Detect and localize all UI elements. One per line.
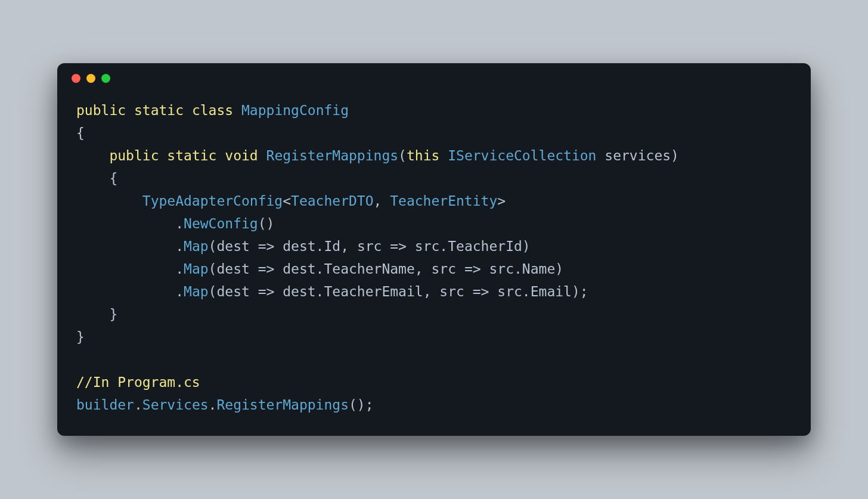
property: Name: [522, 261, 555, 277]
variable: src: [497, 284, 522, 299]
angle-bracket: >: [497, 193, 506, 209]
method-name: RegisterMappings: [266, 148, 399, 163]
arrow: =>: [464, 284, 497, 299]
method-name: NewConfig: [184, 216, 258, 231]
comma: ,: [423, 284, 440, 299]
code-line: .Map(dest => dest.TeacherEmail, src => s…: [76, 281, 792, 303]
code-line: [76, 349, 792, 371]
dot: .: [175, 261, 184, 277]
keyword: static: [134, 103, 184, 118]
property: Services: [142, 397, 209, 413]
keyword: void: [225, 148, 258, 163]
code-line: {: [76, 168, 792, 190]
dot: .: [175, 238, 184, 254]
dot: .: [316, 284, 324, 299]
brace: }: [76, 329, 85, 345]
arrow: =>: [250, 238, 283, 254]
dot: .: [209, 397, 217, 413]
arrow: =>: [250, 284, 283, 299]
dot: .: [316, 261, 324, 277]
arrow: =>: [382, 238, 414, 254]
variable: src: [432, 261, 457, 277]
angle-bracket: <: [283, 193, 291, 209]
keyword: this: [407, 148, 439, 163]
comma: ,: [415, 261, 432, 277]
code-line: public static void RegisterMappings(this…: [76, 145, 792, 168]
parens: (): [258, 216, 275, 231]
dot: .: [175, 216, 184, 231]
code-content: public static class MappingConfig { publ…: [57, 88, 811, 435]
window-controls: [57, 63, 811, 88]
comment: //In Program.cs: [76, 374, 200, 390]
parens: ();: [349, 397, 374, 413]
variable: src: [439, 284, 464, 299]
code-line: .NewConfig(): [76, 213, 792, 235]
type-name: TeacherDTO: [291, 193, 373, 209]
variable: src: [415, 238, 440, 254]
arrow: =>: [456, 261, 489, 277]
code-line: .Map(dest => dest.TeacherName, src => sr…: [76, 258, 792, 281]
code-line: //In Program.cs: [76, 371, 792, 394]
variable: src: [357, 238, 382, 254]
keyword: class: [192, 103, 233, 118]
brace: {: [76, 125, 85, 141]
variable: dest: [216, 238, 249, 254]
minimize-icon[interactable]: [86, 74, 95, 83]
dot: .: [175, 284, 184, 299]
code-line: .Map(dest => dest.Id, src => src.Teacher…: [76, 235, 792, 258]
variable: dest: [216, 261, 249, 277]
keyword: public: [76, 103, 126, 118]
comma: ,: [340, 238, 357, 254]
code-window: public static class MappingConfig { publ…: [57, 63, 811, 435]
variable: src: [489, 261, 514, 277]
code-line: {: [76, 122, 792, 145]
paren: ): [555, 261, 563, 277]
code-line: public static class MappingConfig: [76, 100, 792, 122]
method-name: RegisterMappings: [216, 397, 349, 413]
parameter: services: [604, 148, 671, 163]
method-name: Map: [184, 284, 209, 299]
variable: dest: [283, 284, 315, 299]
code-line: builder.Services.RegisterMappings();: [76, 394, 792, 417]
paren: (: [209, 261, 217, 277]
paren: ): [522, 238, 531, 254]
dot: .: [316, 238, 324, 254]
keyword: static: [167, 148, 216, 163]
property: TeacherEmail: [324, 284, 423, 299]
dot: .: [522, 284, 531, 299]
type-name: MappingConfig: [241, 103, 349, 118]
paren: ): [671, 148, 679, 163]
property: Email: [531, 284, 572, 299]
variable: builder: [76, 397, 134, 413]
dot: .: [439, 238, 448, 254]
code-line: }: [76, 326, 792, 349]
dot: .: [514, 261, 522, 277]
brace: {: [109, 171, 117, 186]
property: Id: [324, 238, 340, 254]
method-name: Map: [184, 261, 209, 277]
code-line: }: [76, 303, 792, 326]
method-name: Map: [184, 238, 209, 254]
variable: dest: [216, 284, 249, 299]
paren: (: [209, 284, 217, 299]
maximize-icon[interactable]: [101, 74, 110, 83]
comma: ,: [374, 193, 390, 209]
type-name: TypeAdapterConfig: [142, 193, 283, 209]
paren: (: [398, 148, 407, 163]
paren: (: [209, 238, 217, 254]
variable: dest: [283, 261, 315, 277]
property: TeacherName: [324, 261, 414, 277]
brace: }: [109, 306, 117, 322]
dot: .: [134, 397, 142, 413]
keyword: public: [109, 148, 159, 163]
arrow: =>: [250, 261, 283, 277]
code-line: TypeAdapterConfig<TeacherDTO, TeacherEnt…: [76, 190, 792, 213]
type-name: IServiceCollection: [448, 148, 596, 163]
paren: );: [572, 284, 588, 299]
property: TeacherId: [448, 238, 522, 254]
variable: dest: [283, 238, 315, 254]
type-name: TeacherEntity: [390, 193, 497, 209]
close-icon[interactable]: [72, 74, 80, 83]
